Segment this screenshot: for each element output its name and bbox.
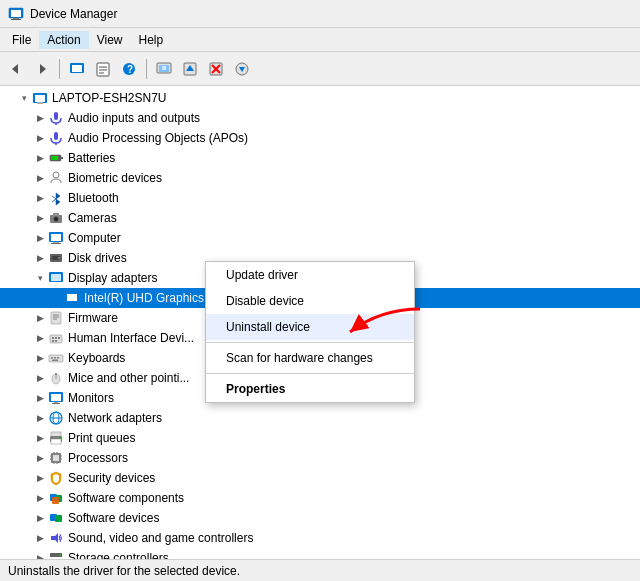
audio-processing-icon xyxy=(48,130,64,146)
list-item[interactable]: ▶ Audio inputs and outputs xyxy=(0,108,640,128)
expand-icon: ▾ xyxy=(32,270,48,286)
toolbar-sep-1 xyxy=(59,59,60,79)
list-item[interactable]: ▶ Storage controllers xyxy=(0,548,640,559)
menu-action[interactable]: Action xyxy=(39,31,88,49)
svg-rect-56 xyxy=(55,337,57,339)
list-item[interactable]: ▶ Network adapters xyxy=(0,408,640,428)
status-text: Uninstalls the driver for the selected d… xyxy=(8,564,240,578)
svg-point-45 xyxy=(58,257,60,259)
menu-bar: File Action View Help xyxy=(0,28,640,52)
context-menu-uninstall-device[interactable]: Uninstall device xyxy=(206,314,414,340)
expand-icon: ▶ xyxy=(32,350,48,366)
context-menu-update-driver[interactable]: Update driver xyxy=(206,262,414,288)
list-item[interactable]: ▶ Software components xyxy=(0,488,640,508)
expand-icon: ▶ xyxy=(32,450,48,466)
network-icon xyxy=(48,410,64,426)
tree-item-label: Keyboards xyxy=(68,351,125,365)
tree-item-label: Audio inputs and outputs xyxy=(68,111,200,125)
tree-item-label: Audio Processing Objects (APOs) xyxy=(68,131,248,145)
hid-icon xyxy=(48,330,64,346)
root-label: LAPTOP-ESH2SN7U xyxy=(52,91,167,105)
disk-drives-icon xyxy=(48,250,64,266)
list-item[interactable]: ▶ Cameras xyxy=(0,208,640,228)
expand-icon xyxy=(48,290,64,306)
list-item[interactable]: ▶ Biometric devices xyxy=(0,168,640,188)
list-item[interactable]: ▶ Audio Processing Objects (APOs) xyxy=(0,128,640,148)
list-item[interactable]: ▶ Software devices xyxy=(0,508,640,528)
menu-view[interactable]: View xyxy=(89,31,131,49)
update-driver-button[interactable] xyxy=(178,57,202,81)
expand-icon: ▶ xyxy=(32,550,48,559)
expand-icon-root: ▾ xyxy=(16,90,32,106)
expand-icon: ▶ xyxy=(32,470,48,486)
forward-button[interactable] xyxy=(30,57,54,81)
expand-icon: ▶ xyxy=(32,410,48,426)
list-item[interactable]: ▶ Sound, video and game controllers xyxy=(0,528,640,548)
svg-point-67 xyxy=(55,373,57,375)
expand-icon: ▶ xyxy=(32,230,48,246)
help-button[interactable]: ? xyxy=(117,57,141,81)
back-button[interactable] xyxy=(4,57,28,81)
expand-icon: ▶ xyxy=(32,170,48,186)
root-icon xyxy=(32,90,48,106)
scan-changes-button[interactable]: 🖥 xyxy=(152,57,176,81)
svg-point-78 xyxy=(59,437,61,439)
download-button[interactable] xyxy=(230,57,254,81)
list-item[interactable]: ▶ Print queues xyxy=(0,428,640,448)
status-bar: Uninstalls the driver for the selected d… xyxy=(0,559,640,581)
context-menu-disable-device[interactable]: Disable device xyxy=(206,288,414,314)
uninstall-button[interactable] xyxy=(204,57,228,81)
context-menu: Update driver Disable device Uninstall d… xyxy=(205,261,415,403)
expand-icon: ▶ xyxy=(32,250,48,266)
properties-button[interactable] xyxy=(91,57,115,81)
list-item[interactable]: ▶ Processors xyxy=(0,448,640,468)
context-menu-properties[interactable]: Properties xyxy=(206,376,414,402)
expand-icon: ▶ xyxy=(32,130,48,146)
computer-icon xyxy=(48,230,64,246)
svg-rect-7 xyxy=(72,65,82,72)
tree-root[interactable]: ▾ LAPTOP-ESH2SN7U xyxy=(0,88,640,108)
expand-icon: ▶ xyxy=(32,110,48,126)
bluetooth-icon xyxy=(48,190,64,206)
device-manager-button[interactable] xyxy=(65,57,89,81)
tree-item-label: Display adapters xyxy=(68,271,157,285)
print-icon xyxy=(48,430,64,446)
app-icon xyxy=(8,6,24,22)
svg-rect-71 xyxy=(52,403,60,404)
title-bar: Device Manager xyxy=(0,0,640,28)
svg-rect-61 xyxy=(51,357,53,359)
context-menu-separator-1 xyxy=(206,342,414,343)
tree-item-label: Software devices xyxy=(68,511,159,525)
menu-file[interactable]: File xyxy=(4,31,39,49)
svg-rect-33 xyxy=(51,156,58,160)
tree-item-label: Cameras xyxy=(68,211,117,225)
biometric-icon xyxy=(48,170,64,186)
firmware-icon xyxy=(48,310,64,326)
svg-text:🖥: 🖥 xyxy=(161,65,167,71)
svg-point-97 xyxy=(59,554,61,556)
tree-item-label: Intel(R) UHD Graphics xyxy=(84,291,204,305)
list-item[interactable]: ▶ Computer xyxy=(0,228,640,248)
list-item[interactable]: ▶ Bluetooth xyxy=(0,188,640,208)
tree-item-label: Security devices xyxy=(68,471,155,485)
tree-item-label: Bluetooth xyxy=(68,191,119,205)
svg-marker-5 xyxy=(40,64,46,74)
uninstall-device-label: Uninstall device xyxy=(226,320,310,334)
svg-rect-27 xyxy=(54,112,58,120)
list-item[interactable]: ▶ Batteries xyxy=(0,148,640,168)
list-item[interactable]: ▶ Security devices xyxy=(0,468,640,488)
title-bar-text: Device Manager xyxy=(30,7,117,21)
tree-item-label: Disk drives xyxy=(68,251,127,265)
svg-rect-59 xyxy=(55,340,57,342)
intel-graphics-icon xyxy=(64,290,80,306)
security-icon xyxy=(48,470,64,486)
svg-rect-91 xyxy=(52,497,59,504)
menu-help[interactable]: Help xyxy=(131,31,172,49)
tree-item-label: Software components xyxy=(68,491,184,505)
expand-icon: ▶ xyxy=(32,190,48,206)
storage-icon xyxy=(48,550,64,559)
toolbar: ? 🖥 xyxy=(0,52,640,86)
svg-text:?: ? xyxy=(127,64,133,75)
sound-icon xyxy=(48,530,64,546)
context-menu-scan-changes[interactable]: Scan for hardware changes xyxy=(206,345,414,371)
